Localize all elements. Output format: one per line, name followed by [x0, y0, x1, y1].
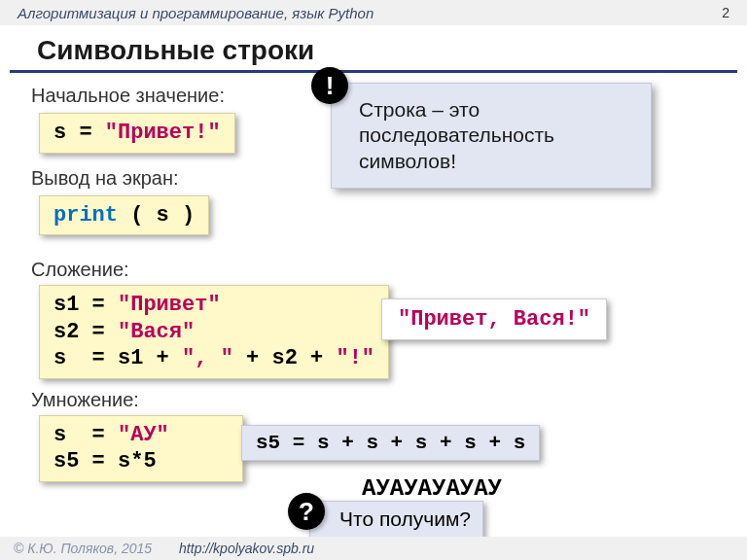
page-number: 2 — [722, 5, 729, 20]
question-icon: ? — [288, 493, 325, 530]
question-box: Что получим? — [309, 501, 483, 538]
copyright: © К.Ю. Поляков, 2015 — [14, 541, 152, 556]
label-add: Сложение: — [31, 259, 720, 281]
code-initial: s = "Привет!" — [39, 113, 235, 154]
footer-bar: © К.Ю. Поляков, 2015 http://kpolyakov.sp… — [0, 537, 747, 560]
exclaim-icon: ! — [311, 67, 348, 104]
expr-expand: s5 = s + s + s + s + s — [241, 425, 540, 461]
content-area: Начальное значение: s = "Привет!" Вывод … — [0, 73, 747, 482]
note-text: Строка – это последовательность символов… — [359, 98, 554, 172]
result-concat: "Привет, Вася!" — [381, 298, 607, 340]
repeat-output: АУАУАУАУАУ — [362, 475, 502, 502]
note-box: Строка – это последовательность символов… — [331, 83, 652, 189]
slide-title: Символьные строки — [10, 25, 737, 73]
header-subject: Алгоритмизация и программирование, язык … — [18, 5, 374, 21]
footer-url: http://kpolyakov.spb.ru — [179, 541, 314, 556]
header-bar: Алгоритмизация и программирование, язык … — [0, 0, 747, 25]
label-mul: Умножение: — [31, 389, 720, 411]
code-print: print ( s ) — [39, 195, 209, 236]
code-mul: s = "АУ" s5 = s*5 — [39, 415, 243, 482]
question-text: Что получим? — [339, 508, 471, 530]
code-add: s1 = "Привет" s2 = "Вася" s = s1 + ", " … — [39, 285, 389, 379]
